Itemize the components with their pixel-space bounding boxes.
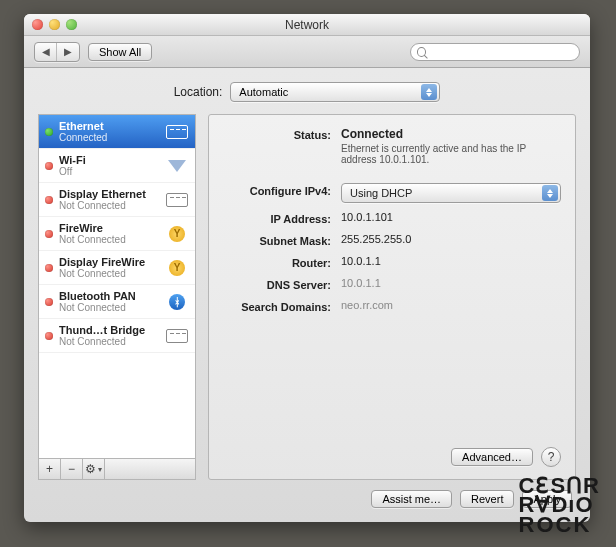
- interface-actions-button[interactable]: ⚙: [83, 459, 105, 479]
- ip-row: IP Address: 10.0.1.101: [223, 211, 561, 225]
- interfaces-footer: + − ⚙: [38, 458, 196, 480]
- show-all-label: Show All: [99, 46, 141, 58]
- sidebar-item-state: Not Connected: [59, 336, 159, 347]
- search-domains-value: neo.rr.com: [341, 299, 561, 311]
- sidebar-item-state: Not Connected: [59, 200, 159, 211]
- zoom-window-button[interactable]: [66, 19, 77, 30]
- status-value: Connected: [341, 127, 561, 141]
- configure-label: Configure IPv4:: [223, 183, 341, 197]
- subnet-row: Subnet Mask: 255.255.255.0: [223, 233, 561, 247]
- sidebar-item-text: Bluetooth PANNot Connected: [59, 290, 159, 313]
- status-dot-icon: [45, 196, 53, 204]
- status-dot-icon: [45, 264, 53, 272]
- popup-arrows-icon: [421, 84, 437, 100]
- status-dot-icon: [45, 298, 53, 306]
- help-icon: ?: [548, 450, 555, 464]
- nav-group: ◀ ▶: [34, 42, 80, 62]
- sidebar-item-type-icon: [165, 259, 189, 277]
- wifi-icon: [168, 160, 186, 172]
- back-button[interactable]: ◀: [35, 43, 57, 61]
- sidebar-item-ethernet[interactable]: EthernetConnected: [39, 115, 195, 149]
- sidebar-item-bluetooth-pan[interactable]: Bluetooth PANNot Connectedᚼ: [39, 285, 195, 319]
- bottom-buttons: Assist me… Revert Apply: [38, 490, 576, 508]
- apply-button[interactable]: Apply: [522, 490, 572, 508]
- configure-ipv4-popup[interactable]: Using DHCP: [341, 183, 561, 203]
- search-domains-row: Search Domains: neo.rr.com: [223, 299, 561, 313]
- titlebar: Network: [24, 14, 590, 36]
- ip-value: 10.0.1.101: [341, 211, 561, 223]
- advanced-label: Advanced…: [462, 451, 522, 463]
- dns-label: DNS Server:: [223, 277, 341, 291]
- interfaces-sidebar: EthernetConnectedWi-FiOffDisplay Etherne…: [38, 114, 196, 480]
- status-description: Ethernet is currently active and has the…: [341, 143, 551, 165]
- configure-ipv4-value: Using DHCP: [350, 187, 412, 199]
- configure-row: Configure IPv4: Using DHCP: [223, 183, 561, 203]
- sidebar-item-state: Not Connected: [59, 302, 159, 313]
- firewire-icon: [169, 260, 185, 276]
- add-interface-button[interactable]: +: [39, 459, 61, 479]
- status-dot-icon: [45, 128, 53, 136]
- sidebar-item-name: Display FireWire: [59, 256, 159, 268]
- sidebar-item-name: Thund…t Bridge: [59, 324, 159, 336]
- body-row: EthernetConnectedWi-FiOffDisplay Etherne…: [38, 114, 576, 480]
- ethernet-icon: [166, 125, 188, 139]
- sidebar-item-state: Connected: [59, 132, 159, 143]
- sidebar-item-text: Display FireWireNot Connected: [59, 256, 159, 279]
- bluetooth-icon: ᚼ: [169, 294, 185, 310]
- remove-interface-button[interactable]: −: [61, 459, 83, 479]
- sidebar-item-state: Off: [59, 166, 159, 177]
- status-row: Status: Connected Ethernet is currently …: [223, 127, 561, 165]
- router-label: Router:: [223, 255, 341, 269]
- router-value: 10.0.1.1: [341, 255, 561, 267]
- network-preferences-window: Network ◀ ▶ Show All Location: Automatic…: [24, 14, 590, 522]
- sidebar-item-wi-fi[interactable]: Wi-FiOff: [39, 149, 195, 183]
- dns-value: 10.0.1.1: [341, 277, 561, 289]
- sidebar-item-thund-t-bridge[interactable]: Thund…t BridgeNot Connected: [39, 319, 195, 353]
- assist-me-button[interactable]: Assist me…: [371, 490, 452, 508]
- minimize-window-button[interactable]: [49, 19, 60, 30]
- apply-label: Apply: [533, 493, 561, 505]
- content-area: Location: Automatic EthernetConnectedWi-…: [24, 68, 590, 522]
- window-controls: [32, 19, 77, 30]
- sidebar-item-name: Display Ethernet: [59, 188, 159, 200]
- status-value-block: Connected Ethernet is currently active a…: [341, 127, 561, 165]
- sidebar-item-name: Ethernet: [59, 120, 159, 132]
- router-row: Router: 10.0.1.1: [223, 255, 561, 269]
- sidebar-item-type-icon: ᚼ: [165, 293, 189, 311]
- sidebar-item-type-icon: [165, 123, 189, 141]
- sidebar-item-text: Thund…t BridgeNot Connected: [59, 324, 159, 347]
- popup-arrows-icon: [542, 185, 558, 201]
- help-button[interactable]: ?: [541, 447, 561, 467]
- search-icon: [417, 47, 426, 57]
- sidebar-item-display-ethernet[interactable]: Display EthernetNot Connected: [39, 183, 195, 217]
- firewire-icon: [169, 226, 185, 242]
- sidebar-item-state: Not Connected: [59, 268, 159, 279]
- window-title: Network: [24, 18, 590, 32]
- advanced-button[interactable]: Advanced…: [451, 448, 533, 466]
- ip-label: IP Address:: [223, 211, 341, 225]
- revert-button[interactable]: Revert: [460, 490, 514, 508]
- status-dot-icon: [45, 332, 53, 340]
- search-input[interactable]: [430, 46, 573, 58]
- sidebar-item-type-icon: [165, 157, 189, 175]
- interfaces-list[interactable]: EthernetConnectedWi-FiOffDisplay Etherne…: [38, 114, 196, 458]
- sidebar-item-text: FireWireNot Connected: [59, 222, 159, 245]
- subnet-label: Subnet Mask:: [223, 233, 341, 247]
- sidebar-item-name: FireWire: [59, 222, 159, 234]
- sidebar-item-name: Wi-Fi: [59, 154, 159, 166]
- sidebar-item-display-firewire[interactable]: Display FireWireNot Connected: [39, 251, 195, 285]
- location-row: Location: Automatic: [38, 82, 576, 102]
- subnet-value: 255.255.255.0: [341, 233, 561, 245]
- location-popup[interactable]: Automatic: [230, 82, 440, 102]
- forward-button[interactable]: ▶: [57, 43, 79, 61]
- search-field[interactable]: [410, 43, 580, 61]
- toolbar: ◀ ▶ Show All: [24, 36, 590, 68]
- assist-me-label: Assist me…: [382, 493, 441, 505]
- close-window-button[interactable]: [32, 19, 43, 30]
- show-all-button[interactable]: Show All: [88, 43, 152, 61]
- sidebar-item-type-icon: [165, 327, 189, 345]
- sidebar-item-type-icon: [165, 225, 189, 243]
- status-dot-icon: [45, 162, 53, 170]
- details-panel: Status: Connected Ethernet is currently …: [208, 114, 576, 480]
- sidebar-item-firewire[interactable]: FireWireNot Connected: [39, 217, 195, 251]
